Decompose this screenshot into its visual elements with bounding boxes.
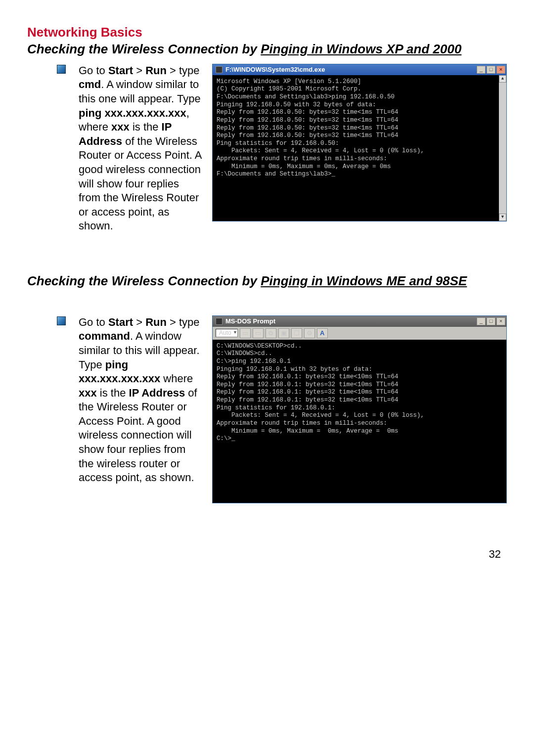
maximize-button[interactable]: □ — [487, 317, 495, 325]
window-title: MS-DOS Prompt — [225, 317, 477, 325]
maximize-button[interactable]: □ — [487, 66, 495, 74]
bullet-container — [57, 315, 69, 325]
section1-title-prefix: Checking the Wireless Connection by — [27, 42, 261, 56]
txt-bold: ping xxx.xxx.xxx.xxx — [79, 107, 186, 119]
term-line: Pinging 192.168.0.1 with 32 bytes of dat… — [217, 366, 502, 374]
term-line: Ping statistics for 192.168.0.1: — [217, 404, 502, 412]
section1-screenshot: F:\WINDOWS\System32\cmd.exe _ □ × Micros… — [212, 64, 507, 222]
titlebar: MS-DOS Prompt _ □ × — [213, 316, 506, 327]
section1-title-underline: Pinging in Windows XP and 2000 — [261, 42, 461, 56]
section2-instructions: Go to Start > Run > type command. A wind… — [79, 315, 202, 485]
term-line: (C) Copyright 1985-2001 Microsoft Corp. — [217, 86, 502, 93]
page-heading: Networking Basics — [27, 25, 507, 40]
bullet-container — [57, 64, 69, 74]
close-button[interactable]: × — [496, 66, 505, 74]
txt: > — [133, 316, 145, 328]
font-size-select[interactable]: Auto — [216, 329, 238, 337]
terminal-body: C:\WINDOWS\DESKTOP>cd.. C:\WINDOWS>cd.. … — [213, 340, 506, 503]
font-icon[interactable]: A — [317, 328, 328, 338]
msdos-window: MS-DOS Prompt _ □ × Auto ▭ ▭ ⧉ ▣ ☐ ⚙ A — [212, 315, 507, 503]
app-icon — [216, 318, 222, 325]
cmd-window-xp: F:\WINDOWS\System32\cmd.exe _ □ × Micros… — [212, 64, 507, 222]
minimize-button[interactable]: _ — [477, 317, 486, 325]
section2-title-underline: Pinging in Windows ME and 98SE — [261, 273, 467, 288]
section1-title: Checking the Wireless Connection by Ping… — [27, 41, 507, 58]
section2-content: Go to Start > Run > type command. A wind… — [57, 315, 507, 503]
section2-title: Checking the Wireless Connection by Ping… — [27, 273, 507, 290]
toolbar-button[interactable]: ☐ — [291, 328, 302, 338]
txt-bold: Start — [108, 316, 133, 328]
term-line: Minimum = 0ms, Maximum = 0ms, Average = … — [217, 163, 502, 171]
txt-bold: cmd — [79, 78, 101, 90]
scrollbar[interactable]: ▲ ▼ — [499, 75, 506, 221]
txt: of the Wireless Router or Access Point. … — [79, 135, 201, 232]
term-line: Minimum = 0ms, Maximum = 0ms, Average = … — [217, 428, 502, 436]
term-line: Reply from 192.168.0.50: bytes=32 time<1… — [217, 109, 502, 117]
toolbar-button[interactable]: ▭ — [240, 328, 251, 338]
term-line: Reply from 192.168.0.1: bytes=32 time<10… — [217, 389, 502, 397]
toolbar: Auto ▭ ▭ ⧉ ▣ ☐ ⚙ A — [213, 327, 506, 340]
txt-bold: xxx — [111, 121, 130, 133]
term-line: Packets: Sent = 4, Received = 4, Lost = … — [217, 412, 502, 420]
txt-bold: IP Address — [129, 387, 185, 399]
term-line: C:\WINDOWS\DESKTOP>cd.. — [217, 343, 502, 351]
term-line: Reply from 192.168.0.50: bytes=32 time<1… — [217, 125, 502, 133]
square-bullet-icon — [57, 65, 66, 74]
term-line: Approximate round trip times in milli-se… — [217, 420, 502, 428]
app-icon — [216, 66, 222, 73]
term-line: Reply from 192.168.0.50: bytes=32 time<1… — [217, 132, 502, 140]
square-bullet-icon — [57, 316, 66, 325]
close-button[interactable]: × — [496, 317, 505, 325]
toolbar-button[interactable]: ▣ — [278, 328, 289, 338]
term-line: C:\WINDOWS>cd.. — [217, 350, 502, 358]
term-line: Ping statistics for 192.168.0.50: — [217, 140, 502, 148]
term-line: Approximate round trip times in milli-se… — [217, 155, 502, 163]
section2-screenshot: MS-DOS Prompt _ □ × Auto ▭ ▭ ⧉ ▣ ☐ ⚙ A — [212, 315, 507, 503]
term-line: C:\>ping 192.168.0.1 — [217, 358, 502, 366]
term-line: Packets: Sent = 4, Received = 4, Lost = … — [217, 147, 502, 155]
toolbar-button[interactable]: ▭ — [253, 328, 264, 338]
section2-title-prefix: Checking the Wireless Connection by — [27, 273, 261, 288]
term-line: Reply from 192.168.0.1: bytes=32 time<10… — [217, 397, 502, 404]
txt-bold: xxx — [79, 387, 97, 399]
txt: > type — [167, 64, 200, 77]
txt: Go to — [79, 64, 108, 77]
txt-bold: command — [79, 330, 130, 342]
terminal-body: Microsoft Windows XP [Version 5.1.2600] … — [213, 75, 506, 221]
term-line: Reply from 192.168.0.50: bytes=32 time<1… — [217, 117, 502, 125]
term-line: Pinging 192.168.0.50 with 32 bytes of da… — [217, 101, 502, 109]
txt-bold: Start — [108, 64, 133, 77]
copy-icon[interactable]: ⧉ — [266, 328, 276, 338]
term-line: C:\>_ — [217, 435, 502, 443]
term-line: Reply from 192.168.0.1: bytes=32 time<10… — [217, 381, 502, 389]
section1-content: Go to Start > Run > type cmd. A window s… — [57, 64, 507, 233]
window-controls: _ □ × — [477, 317, 505, 325]
term-line: Reply from 192.168.0.1: bytes=32 time<10… — [217, 373, 502, 381]
txt: > — [133, 64, 145, 77]
txt: Go to — [79, 316, 108, 328]
properties-icon[interactable]: ⚙ — [304, 328, 315, 338]
titlebar: F:\WINDOWS\System32\cmd.exe _ □ × — [213, 64, 506, 75]
term-line: F:\Documents and Settings\lab3>_ — [217, 171, 502, 178]
scroll-down-icon[interactable]: ▼ — [499, 214, 506, 221]
section1-instructions: Go to Start > Run > type cmd. A window s… — [79, 64, 202, 233]
txt: where — [160, 372, 193, 385]
txt: is the — [97, 387, 129, 399]
page-number: 32 — [27, 548, 507, 561]
window-title: F:\WINDOWS\System32\cmd.exe — [225, 66, 477, 74]
scroll-up-icon[interactable]: ▲ — [499, 75, 506, 83]
txt-bold: Run — [145, 64, 167, 77]
term-line: Microsoft Windows XP [Version 5.1.2600] — [217, 78, 502, 86]
txt: > type — [167, 316, 200, 328]
window-controls: _ □ × — [477, 66, 505, 74]
term-line: F:\Documents and Settings\lab3>ping 192.… — [217, 93, 502, 101]
txt-bold: Run — [145, 316, 167, 328]
minimize-button[interactable]: _ — [477, 66, 486, 74]
txt: of the Wireless Router or Access Point. … — [79, 387, 197, 484]
txt: is the — [130, 121, 162, 133]
